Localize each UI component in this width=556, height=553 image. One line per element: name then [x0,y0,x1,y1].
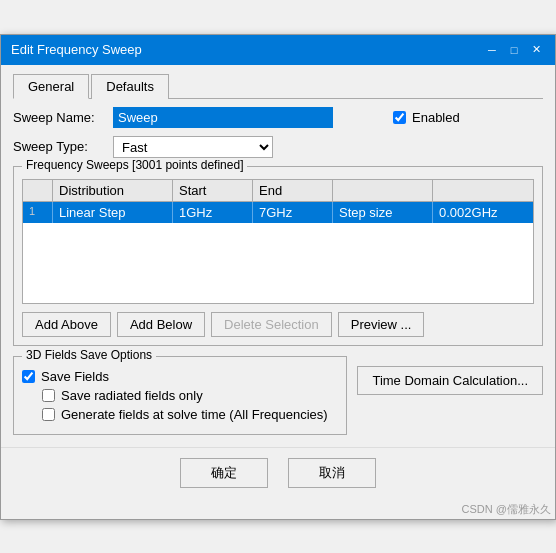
title-bar-buttons: ─ □ ✕ [483,41,545,59]
maximize-button[interactable]: □ [505,41,523,59]
cancel-button[interactable]: 取消 [288,458,376,488]
time-domain-button[interactable]: Time Domain Calculation... [357,366,543,395]
frequency-sweeps-group: Frequency Sweeps [3001 points defined] D… [13,166,543,346]
generate-fields-checkbox[interactable] [42,408,55,421]
fields-group-label: 3D Fields Save Options [22,348,156,362]
generate-fields-row: Generate fields at solve time (All Frequ… [42,407,338,422]
col-step-label [333,180,433,201]
col-end: End [253,180,333,201]
dialog-title: Edit Frequency Sweep [11,42,142,57]
dialog-content: General Defaults Sweep Name: Enabled Swe… [1,65,555,447]
edit-frequency-sweep-dialog: Edit Frequency Sweep ─ □ ✕ General Defau… [0,34,556,520]
enabled-label: Enabled [412,110,460,125]
cell-start: 1GHz [173,202,253,223]
save-radiated-label: Save radiated fields only [61,388,203,403]
tab-defaults[interactable]: Defaults [91,74,169,99]
col-num [23,180,53,201]
save-fields-checkbox[interactable] [22,370,35,383]
sweep-type-select[interactable]: Fast Discrete Interpolating [113,136,273,158]
cell-end: 7GHz [253,202,333,223]
sweep-type-label: Sweep Type: [13,139,113,154]
table-button-row: Add Above Add Below Delete Selection Pre… [22,312,534,337]
sweep-name-row: Sweep Name: Enabled [13,107,543,128]
table-row[interactable]: 1 Linear Step 1GHz 7GHz Step size 0.002G… [23,202,533,223]
tabs-container: General Defaults [13,73,543,99]
table-empty-area [23,223,533,303]
preview-button[interactable]: Preview ... [338,312,425,337]
cell-step-value: 0.002GHz [433,202,533,223]
table-header: Distribution Start End [23,180,533,202]
time-domain-section: Time Domain Calculation... [357,356,543,395]
col-start: Start [173,180,253,201]
watermark: CSDN @儒雅永久 [1,500,555,519]
frequency-table: Distribution Start End 1 Linear Step 1GH… [22,179,534,304]
col-distribution: Distribution [53,180,173,201]
frequency-sweeps-label: Frequency Sweeps [3001 points defined] [22,158,247,172]
cell-distribution: Linear Step [53,202,173,223]
lower-section: 3D Fields Save Options Save Fields Save … [13,356,543,435]
tab-general[interactable]: General [13,74,89,99]
delete-selection-button[interactable]: Delete Selection [211,312,332,337]
sweep-type-row: Sweep Type: Fast Discrete Interpolating [13,136,543,158]
generate-fields-label: Generate fields at solve time (All Frequ… [61,407,328,422]
sweep-name-input[interactable] [113,107,333,128]
save-fields-row: Save Fields [22,369,338,384]
title-bar: Edit Frequency Sweep ─ □ ✕ [1,35,555,65]
add-above-button[interactable]: Add Above [22,312,111,337]
dialog-footer: 确定 取消 [1,447,555,500]
enabled-checkbox[interactable] [393,111,406,124]
cell-row-num: 1 [23,202,53,223]
sweep-name-label: Sweep Name: [13,110,113,125]
cell-step-label: Step size [333,202,433,223]
save-radiated-checkbox[interactable] [42,389,55,402]
save-fields-label: Save Fields [41,369,109,384]
fields-content: Save Fields Save radiated fields only Ge… [22,369,338,422]
ok-button[interactable]: 确定 [180,458,268,488]
close-button[interactable]: ✕ [527,41,545,59]
minimize-button[interactable]: ─ [483,41,501,59]
enabled-row: Enabled [393,110,460,125]
fields-group: 3D Fields Save Options Save Fields Save … [13,356,347,435]
add-below-button[interactable]: Add Below [117,312,205,337]
save-radiated-row: Save radiated fields only [42,388,338,403]
col-step-value [433,180,533,201]
